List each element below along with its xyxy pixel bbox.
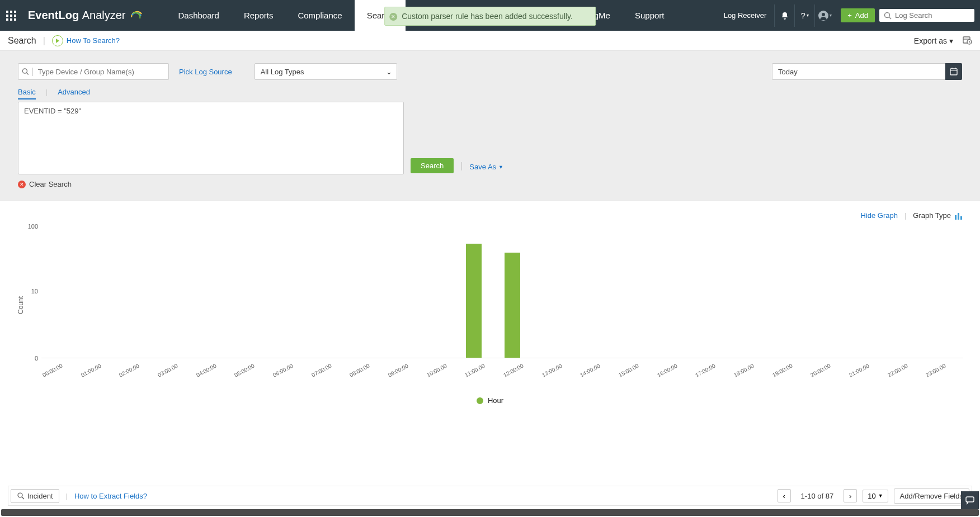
plus-icon: +	[847, 11, 852, 20]
incident-button[interactable]: Incident	[11, 489, 59, 503]
svg-rect-8	[14, 18, 16, 21]
chat-button[interactable]	[961, 491, 979, 509]
tab-basic[interactable]: Basic	[18, 88, 36, 99]
chart: Count 010100 00:00:0001:00:0002:00:0003:…	[17, 224, 963, 386]
x-tick: 02:00:00	[118, 355, 155, 378]
chart-bar[interactable]	[505, 253, 520, 358]
next-page-button[interactable]: ›	[844, 489, 857, 502]
svg-line-26	[22, 497, 24, 499]
filter-bar: | Pick Log Source All Log Types ⌄ Today …	[0, 51, 980, 201]
help-icon[interactable]: ?▾	[795, 4, 815, 27]
how-to-extract-link[interactable]: How to Extract Fields?	[74, 492, 147, 500]
chevron-right-icon: ›	[849, 492, 851, 500]
x-tick: 16:00:00	[656, 355, 693, 378]
add-remove-fields-button[interactable]: Add/Remove Fields	[894, 488, 969, 504]
pick-log-source-link[interactable]: Pick Log Source	[179, 68, 232, 76]
y-axis: 010100	[25, 224, 41, 386]
schedule-icon[interactable]	[962, 35, 972, 47]
svg-point-11	[885, 12, 890, 17]
log-receiver-link[interactable]: Log Receiver	[716, 4, 775, 27]
user-avatar-icon[interactable]: ▾	[815, 4, 835, 27]
y-tick: 10	[31, 288, 38, 295]
app-name-1: EventLog	[28, 9, 79, 22]
x-tick: 01:00:00	[80, 355, 117, 378]
app-logo[interactable]: EventLog Analyzer	[22, 8, 149, 23]
svg-rect-4	[10, 15, 12, 17]
calendar-icon	[949, 67, 958, 76]
device-input-wrapper[interactable]: |	[18, 63, 169, 80]
chart-bar[interactable]	[466, 244, 482, 358]
nav-tab-compliance[interactable]: Compliance	[285, 0, 354, 31]
clear-search-link[interactable]: ✕ Clear Search	[18, 180, 962, 188]
x-tick: 09:00:00	[387, 355, 424, 378]
page-info: 1-10 of 87	[797, 492, 838, 500]
how-to-search-link[interactable]: How To Search?	[67, 36, 120, 45]
save-as-dropdown[interactable]: Save As▼	[469, 163, 503, 171]
x-tick: 00:00:00	[41, 355, 78, 378]
query-input[interactable]	[18, 102, 404, 174]
y-tick: 0	[35, 355, 38, 362]
page-title: Search	[8, 36, 36, 46]
svg-rect-18	[950, 69, 957, 75]
x-tick: 12:00:00	[502, 355, 539, 378]
sub-header: Search | How To Search? Export as▾	[0, 31, 980, 51]
x-tick: 04:00:00	[195, 355, 232, 378]
svg-rect-27	[966, 497, 974, 502]
search-icon	[22, 68, 29, 75]
log-search-input[interactable]	[895, 11, 970, 20]
chevron-down-icon: ⌄	[386, 68, 392, 76]
x-tick: 22:00:00	[887, 355, 924, 378]
nav-tab-reports[interactable]: Reports	[232, 0, 286, 31]
device-input[interactable]	[36, 68, 165, 76]
svg-rect-24	[960, 216, 962, 220]
legend-label: Hour	[488, 396, 503, 405]
tab-advanced[interactable]: Advanced	[58, 88, 90, 99]
svg-rect-22	[955, 215, 957, 220]
log-search-box[interactable]	[879, 9, 974, 22]
hide-graph-link[interactable]: Hide Graph	[860, 211, 897, 220]
x-tick: 10:00:00	[426, 355, 463, 378]
x-tick: 19:00:00	[771, 355, 808, 378]
success-toast: ✕ Custom parser rule has been added succ…	[384, 7, 596, 26]
graph-type-dropdown[interactable]: Graph Type	[913, 211, 963, 220]
svg-rect-0	[6, 11, 8, 13]
close-icon[interactable]: ✕	[389, 13, 397, 21]
log-type-select[interactable]: All Log Types ⌄	[255, 63, 397, 80]
chevron-down-icon: ▼	[498, 164, 503, 170]
apps-grid-icon[interactable]	[0, 11, 22, 21]
svg-rect-6	[6, 18, 8, 21]
nav-tab-support[interactable]: Support	[623, 0, 677, 31]
results-toolbar: Incident | How to Extract Fields? ‹ 1-10…	[8, 486, 972, 506]
x-tick: 18:00:00	[733, 355, 770, 378]
chart-legend: Hour	[17, 386, 963, 409]
svg-rect-1	[10, 11, 12, 13]
x-tick: 14:00:00	[579, 355, 616, 378]
toast-message: Custom parser rule has been added succes…	[402, 12, 573, 21]
svg-point-10	[822, 13, 825, 16]
svg-rect-2	[14, 11, 16, 13]
date-range-select[interactable]: Today	[772, 63, 945, 80]
chevron-down-icon: ▾	[949, 36, 953, 45]
y-axis-label: Count	[17, 296, 25, 314]
x-tick: 08:00:00	[348, 355, 385, 378]
bell-icon[interactable]	[775, 4, 795, 27]
search-mode-tabs: Basic | Advanced	[18, 88, 962, 99]
horizontal-scrollbar[interactable]	[1, 509, 979, 516]
chat-icon	[965, 495, 975, 505]
nav-tab-dashboard[interactable]: Dashboard	[166, 0, 232, 31]
page-size-select[interactable]: 10▼	[863, 490, 888, 502]
logo-swirl-icon	[129, 8, 144, 23]
export-as-dropdown[interactable]: Export as▾	[914, 36, 953, 45]
chart-panel: Hide Graph | Graph Type Count 010100 00:…	[0, 201, 980, 409]
chevron-left-icon: ‹	[783, 492, 785, 500]
prev-page-button[interactable]: ‹	[778, 489, 791, 502]
add-button[interactable]: +Add	[841, 8, 875, 22]
search-button[interactable]: Search	[411, 158, 454, 173]
legend-marker-icon	[477, 397, 483, 404]
calendar-button[interactable]	[945, 63, 962, 80]
x-tick: 11:00:00	[464, 355, 501, 378]
x-tick: 05:00:00	[233, 355, 270, 378]
chart-plot: 00:00:0001:00:0002:00:0003:00:0004:00:00…	[41, 224, 963, 358]
y-tick: 100	[28, 223, 38, 230]
play-icon[interactable]	[52, 35, 63, 46]
